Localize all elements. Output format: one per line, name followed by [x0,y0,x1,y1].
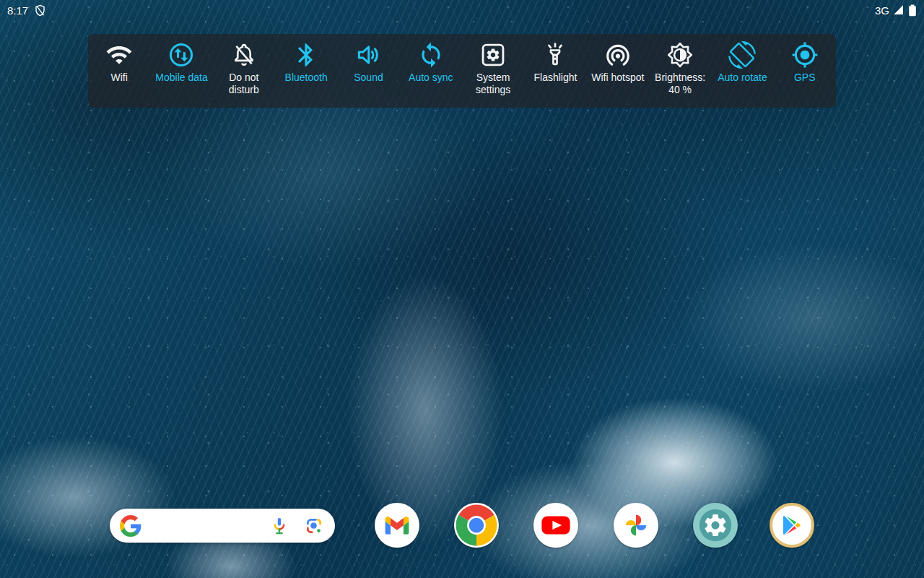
app-settings[interactable] [693,503,738,548]
bluetooth-icon [292,41,320,69]
system-settings-icon [479,41,507,69]
qs-label: Brightness: 40 % [650,72,710,96]
qs-tile-sound[interactable]: Sound [337,41,399,108]
status-bar: 8:17 3G [0,0,924,20]
qs-label: Auto sync [409,72,453,84]
clock: 8:17 [7,4,28,17]
qs-tile-wifi[interactable]: Wifi [88,41,150,108]
settings-icon [693,503,738,548]
qs-tile-flashlight[interactable]: Flashlight [524,41,586,108]
network-type: 3G [875,4,889,17]
qs-label: Mobile data [155,72,207,84]
app-chrome[interactable] [454,503,499,548]
qs-label: Wifi [111,72,128,84]
youtube-icon [533,503,578,548]
qs-label: Sound [354,72,383,84]
gmail-icon [385,514,409,536]
sound-icon [354,41,382,69]
quick-settings-bar: Wifi Mobile data Do not disturb Bluetoot… [88,34,836,108]
qs-label: Wifi hotspot [591,72,644,84]
google-search-bar[interactable] [110,509,335,543]
voice-search-icon[interactable] [269,516,289,536]
qs-tile-system-settings[interactable]: System settings [462,41,524,108]
gps-icon [791,41,819,69]
signal-icon [892,4,905,17]
do-not-disturb-icon [230,41,258,69]
qs-label: Flashlight [534,72,578,84]
app-youtube[interactable] [533,503,578,548]
chrome-icon [454,503,499,548]
qs-label: GPS [794,72,816,84]
qs-tile-wifi-hotspot[interactable]: Wifi hotspot [587,41,649,108]
qs-label: System settings [463,72,523,96]
qs-label: Do not disturb [214,72,274,96]
qs-label: Auto rotate [718,72,767,84]
brightness-icon [666,41,694,69]
google-lens-icon[interactable] [304,516,324,536]
trust-shield-icon [33,4,47,17]
play-store-icon [780,514,803,537]
qs-tile-gps[interactable]: GPS [774,41,836,108]
wifi-icon [105,41,133,69]
qs-tile-do-not-disturb[interactable]: Do not disturb [213,41,275,108]
qs-tile-mobile-data[interactable]: Mobile data [150,41,212,108]
wifi-hotspot-icon [604,41,632,69]
mobile-data-icon [167,41,195,69]
qs-tile-bluetooth[interactable]: Bluetooth [275,41,337,108]
auto-sync-icon [417,41,445,69]
google-photos-icon [622,512,650,539]
app-gmail[interactable] [375,503,419,548]
qs-tile-auto-rotate[interactable]: Auto rotate [711,41,773,108]
google-logo [120,515,141,537]
battery-icon [908,4,917,17]
auto-rotate-icon [728,41,756,69]
app-play-store[interactable] [770,503,814,548]
qs-tile-brightness[interactable]: Brightness: 40 % [649,41,711,108]
app-photos[interactable] [614,503,658,548]
qs-tile-auto-sync[interactable]: Auto sync [400,41,462,108]
flashlight-icon [541,41,569,69]
qs-label: Bluetooth [285,72,328,84]
